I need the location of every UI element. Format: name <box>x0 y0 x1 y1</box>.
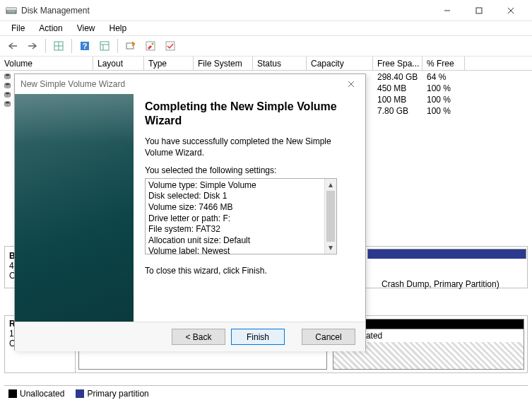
help-icon[interactable]: ? <box>76 37 93 54</box>
setting-line: Volume label: Newest <box>148 246 333 254</box>
menu-view[interactable]: View <box>70 22 102 35</box>
setting-line: Allocation unit size: Default <box>148 235 333 247</box>
col-layout[interactable]: Layout <box>93 57 144 70</box>
dialog-titlebar: New Simple Volume Wizard <box>15 74 365 94</box>
dialog-title: New Simple Volume Wizard <box>20 79 125 89</box>
forward-icon[interactable] <box>24 37 41 54</box>
menu-action[interactable]: Action <box>32 22 69 35</box>
cell-pctfree: 100 % <box>422 106 465 117</box>
swatch-unallocated <box>8 389 17 398</box>
cell-freespace: 7.80 GB <box>373 106 422 117</box>
drive-icon: ⛃ <box>4 81 11 90</box>
table-row[interactable]: 7.80 GB 100 % <box>373 106 465 117</box>
cancel-button[interactable]: Cancel <box>302 329 355 345</box>
maximize-button[interactable] <box>463 0 495 21</box>
scroll-thumb[interactable] <box>326 191 335 242</box>
dialog-close-button[interactable] <box>343 76 360 93</box>
cell-freespace: 450 MB <box>373 83 422 95</box>
drive-icon: ⛃ <box>4 90 11 100</box>
legend-label: Unallocated <box>20 389 64 399</box>
app-icon <box>6 5 17 16</box>
cell-pctfree: 100 % <box>422 83 465 95</box>
wizard-success-text: You have successfully completed the New … <box>145 136 354 158</box>
col-freespace[interactable]: Free Spa... <box>373 57 422 70</box>
table-row[interactable]: 100 MB 100 % <box>373 95 465 106</box>
cell-pctfree: 64 % <box>422 72 465 83</box>
wizard-selected-label: You selected the following settings: <box>145 165 354 177</box>
cell-freespace: 100 MB <box>373 95 422 106</box>
svg-rect-3 <box>476 8 482 13</box>
scroll-up-icon[interactable]: ▴ <box>325 179 336 191</box>
partition-description: Crash Dump, Primary Partition) <box>382 279 500 289</box>
svg-rect-1 <box>6 8 16 10</box>
menu-help[interactable]: Help <box>102 22 134 35</box>
view-icon[interactable] <box>96 37 113 54</box>
setting-line: Disk selected: Disk 1 <box>148 191 333 202</box>
cell-freespace: 298.40 GB <box>373 72 422 83</box>
svg-rect-17 <box>166 42 175 50</box>
setting-line: File system: FAT32 <box>148 224 333 235</box>
col-type[interactable]: Type <box>144 57 194 70</box>
window-title: Disk Management <box>21 6 431 16</box>
properties-icon[interactable] <box>142 37 159 54</box>
separator <box>45 39 46 53</box>
svg-point-16 <box>152 43 154 45</box>
table-row[interactable]: 298.40 GB 64 % <box>373 72 465 83</box>
finish-button[interactable]: Finish <box>231 329 285 345</box>
svg-text:?: ? <box>83 42 88 50</box>
check-icon[interactable] <box>162 37 179 54</box>
menu-file[interactable]: File <box>4 22 32 35</box>
table-row[interactable]: 450 MB 100 % <box>373 83 465 95</box>
svg-rect-11 <box>100 42 109 50</box>
toolbar: ? <box>0 35 532 57</box>
wizard-content: Completing the New Simple Volume Wizard … <box>134 94 365 322</box>
col-status[interactable]: Status <box>253 57 307 70</box>
minimize-button[interactable] <box>431 0 463 21</box>
setting-line: Drive letter or path: F: <box>148 213 333 225</box>
separator <box>117 39 118 53</box>
wizard-settings-list[interactable]: Volume type: Simple Volume Disk selected… <box>145 178 337 254</box>
wizard-close-hint: To close this wizard, click Finish. <box>145 266 354 277</box>
legend-primary: Primary partition <box>76 389 148 399</box>
close-button[interactable] <box>495 0 526 21</box>
scrollbar[interactable]: ▴ ▾ <box>324 179 336 254</box>
setting-line: Volume size: 7466 MB <box>148 202 333 213</box>
wizard-sidebar-image <box>15 94 134 322</box>
wizard-heading: Completing the New Simple Volume Wizard <box>145 100 354 128</box>
back-button[interactable]: < Back <box>172 329 225 345</box>
setting-line: Volume type: Simple Volume <box>148 180 333 192</box>
back-icon[interactable] <box>4 37 21 54</box>
wizard-dialog: New Simple Volume Wizard Completing the … <box>14 74 366 351</box>
col-filesystem[interactable]: File System <box>194 57 253 70</box>
col-volume[interactable]: Volume <box>0 57 93 70</box>
menubar: File Action View Help <box>0 21 532 35</box>
col-capacity[interactable]: Capacity <box>307 57 373 70</box>
scroll-down-icon[interactable]: ▾ <box>325 242 336 254</box>
partition-bar <box>367 249 526 259</box>
grid-icon[interactable] <box>50 37 67 54</box>
volume-list-header: Volume Layout Type File System Status Ca… <box>0 57 532 71</box>
legend-unallocated: Unallocated <box>8 389 64 399</box>
legend-label: Primary partition <box>87 389 148 399</box>
refresh-icon[interactable] <box>122 37 139 54</box>
wizard-button-row: < Back Finish Cancel <box>15 322 365 351</box>
legend: Unallocated Primary partition <box>4 385 528 401</box>
col-pctfree[interactable]: % Free <box>422 57 465 70</box>
cell-pctfree: 100 % <box>422 95 465 106</box>
drive-icon: ⛃ <box>4 100 11 109</box>
separator <box>71 39 72 53</box>
titlebar: Disk Management <box>0 0 532 21</box>
swatch-primary <box>76 389 84 398</box>
drive-icon: ⛃ <box>4 72 11 81</box>
